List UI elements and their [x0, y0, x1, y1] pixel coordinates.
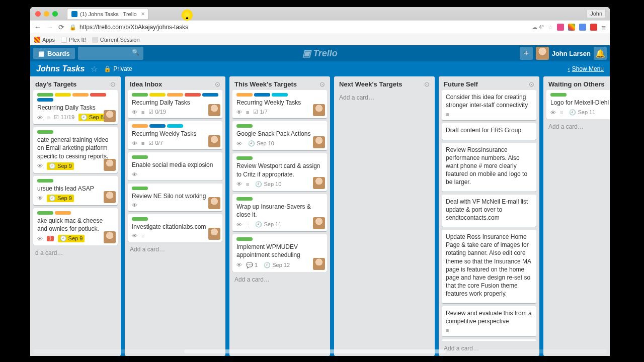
reload-button[interactable]: ⟳ [58, 23, 64, 31]
label[interactable] [167, 124, 183, 128]
list-title[interactable]: Future Self [444, 80, 529, 88]
member-avatar[interactable] [208, 197, 220, 209]
extension-icon[interactable] [557, 24, 564, 31]
show-menu-button[interactable]: ‹Show Menu [568, 65, 604, 72]
window-close-button[interactable] [35, 11, 41, 17]
notifications-button[interactable]: 🔔 [594, 47, 607, 60]
bookmark-item[interactable]: Current Session [92, 37, 140, 43]
weather-widget[interactable]: ☁ 4° [532, 24, 544, 31]
user-name[interactable]: John Larsen [552, 50, 591, 57]
card[interactable]: Update Ross Insurance Home Page & take c… [442, 230, 536, 303]
card[interactable]: Implement WPMUDEV appointment scheduling… [232, 234, 327, 272]
card[interactable]: Recurring Daily Tasks👁≡☑ 11/19🕘 Sep 8 [33, 90, 118, 124]
member-avatar[interactable] [104, 110, 116, 122]
label[interactable] [55, 93, 71, 97]
add-card-button[interactable]: Add a card… [125, 242, 225, 257]
create-button[interactable]: + [520, 47, 533, 60]
extension-icon[interactable] [590, 24, 597, 31]
add-card-button[interactable]: Add a card… [229, 272, 330, 287]
label[interactable] [202, 93, 218, 97]
board-canvas[interactable]: day's Targets⊙Recurring Daily Tasks👁≡☑ 1… [30, 76, 610, 356]
member-avatar[interactable] [208, 135, 220, 147]
label[interactable] [550, 93, 567, 97]
label[interactable] [132, 93, 148, 97]
label[interactable] [132, 155, 148, 159]
back-button[interactable]: ← [34, 23, 41, 31]
member-avatar[interactable] [104, 159, 116, 171]
label[interactable] [236, 197, 253, 201]
card[interactable]: Recurring Daily Tasks👁≡☑ 0/19 [128, 90, 222, 118]
forward-button[interactable]: → [46, 23, 53, 31]
label[interactable] [37, 93, 53, 97]
label[interactable] [132, 187, 148, 190]
board-name[interactable]: Johns Tasks [36, 64, 85, 73]
label[interactable] [55, 211, 71, 215]
list-title[interactable]: Next Week's Targets [339, 80, 424, 88]
list-title[interactable]: day's Targets [35, 80, 110, 88]
member-avatar[interactable] [208, 104, 220, 116]
member-avatar[interactable] [313, 177, 325, 189]
browser-profile[interactable]: John [587, 9, 606, 18]
bookmark-star-icon[interactable]: ☆ [548, 24, 553, 31]
card[interactable]: Consider this idea for creating stronger… [442, 90, 536, 120]
label[interactable] [272, 93, 288, 97]
search-input[interactable] [78, 47, 143, 60]
label[interactable] [236, 237, 253, 241]
member-avatar[interactable] [313, 258, 325, 270]
label[interactable] [236, 156, 253, 160]
browser-tab[interactable]: (1) Johns Tasks | Trello ✕ [67, 8, 148, 19]
list-menu-icon[interactable]: ⊙ [215, 80, 220, 88]
card[interactable]: Logo for Meixell-Diehl A👁≡🕘 Sep 11 [546, 90, 610, 119]
label[interactable] [37, 179, 53, 183]
apps-shortcut[interactable]: Apps [34, 37, 55, 43]
window-zoom-button[interactable] [52, 11, 58, 17]
card[interactable]: Review Westport card & assign to Critz i… [232, 153, 327, 191]
list-menu-icon[interactable]: ⊙ [424, 80, 430, 88]
list-menu-icon[interactable]: ⊙ [110, 80, 116, 88]
scrollbar-thumb[interactable] [184, 349, 446, 353]
window-minimize-button[interactable] [44, 11, 49, 17]
list-menu-icon[interactable]: ⊙ [319, 80, 325, 88]
card[interactable]: Recurring Weekly Tasks👁≡☑ 0/7 [128, 121, 222, 149]
card[interactable]: Wrap up Insurane-Savers & close it.👁≡🕘 S… [232, 194, 327, 231]
browser-menu-icon[interactable]: ≡ [601, 23, 606, 32]
card[interactable]: Review and evaluate this from a competit… [442, 306, 536, 336]
card[interactable]: Review RossInsurance performance numbers… [442, 143, 536, 192]
card[interactable]: Recurring Weekly Tasks👁≡☑ 1/7 [232, 90, 327, 118]
card[interactable]: ursue this lead ASAP👁🕘 Sep 9 [33, 176, 118, 205]
label[interactable] [90, 93, 106, 97]
list-menu-icon[interactable]: ⊙ [529, 80, 534, 88]
extension-icon[interactable] [579, 24, 586, 31]
list-title[interactable]: Idea Inbox [130, 80, 215, 88]
user-avatar[interactable] [536, 47, 549, 60]
card[interactable]: Enable social media explosion👁 [128, 152, 222, 180]
card[interactable]: ake quick mac & cheese and ownies for po… [33, 208, 118, 245]
list-title[interactable]: Waiting on Others [548, 80, 610, 88]
label[interactable] [254, 93, 270, 97]
label[interactable] [132, 124, 148, 128]
trello-logo[interactable]: ▣ Trello [302, 48, 338, 59]
label[interactable] [149, 124, 166, 128]
star-icon[interactable]: ☆ [91, 64, 98, 74]
card[interactable]: Google Snack Pack Actions👁🕘 Sep 10 [232, 121, 327, 150]
boards-button[interactable]: ▦ Boards [33, 48, 75, 59]
label[interactable] [132, 217, 148, 221]
member-avatar[interactable] [208, 228, 220, 240]
label[interactable] [37, 130, 53, 134]
label[interactable] [185, 93, 201, 97]
card[interactable]: Deal with VF McNeil E-mail list update &… [442, 195, 536, 227]
label[interactable] [37, 211, 53, 215]
card[interactable]: eate general training video on Email ark… [33, 127, 118, 173]
label[interactable] [72, 93, 89, 97]
member-avatar[interactable] [104, 231, 116, 243]
bookmark-item[interactable]: Plex It! [61, 37, 86, 43]
card[interactable]: Investigate citationlabs.com👁≡ [128, 214, 222, 242]
label[interactable] [37, 98, 53, 102]
label[interactable] [167, 93, 183, 97]
label[interactable] [236, 93, 253, 97]
card[interactable]: Review NE Silo not working👁 [128, 184, 222, 211]
add-card-button[interactable]: Add a card… [334, 90, 435, 105]
label[interactable] [149, 93, 166, 97]
member-avatar[interactable] [313, 136, 325, 148]
card[interactable]: Add project for Priority Risk to have a … [442, 339, 536, 341]
